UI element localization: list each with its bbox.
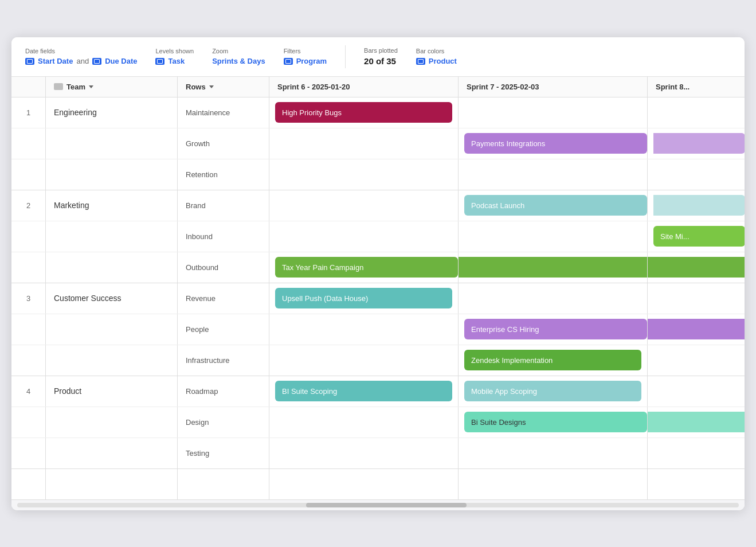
- filters-group: Filters Program: [284, 48, 327, 65]
- bar-podcast-launch[interactable]: Podcast Launch: [464, 195, 647, 216]
- row-label-roadmap: Roadmap: [178, 376, 269, 407]
- row-label-outbound: Outbound: [178, 252, 269, 283]
- header-num-col: [11, 77, 46, 97]
- bar-tax-year-campaign[interactable]: Tax Year Pain Campaign: [275, 257, 458, 278]
- team-marketing: Marketing: [46, 190, 178, 221]
- bar-enterprise-cs-hiring-cont: [648, 319, 745, 339]
- row-num-4: 4: [11, 376, 46, 407]
- due-date-text: Due Date: [105, 57, 137, 65]
- team-product: Product: [46, 376, 178, 407]
- levels-shown-group: Levels shown Task: [155, 48, 194, 65]
- date-fields-value[interactable]: Start Date and Due Date: [25, 57, 137, 65]
- row-label-revenue: Revenue: [178, 283, 269, 314]
- bar-mobile-app-scoping[interactable]: Mobile App Scoping: [464, 381, 641, 401]
- row-num-3: 3: [11, 283, 46, 314]
- bar-high-priority-bugs[interactable]: High Priority Bugs: [275, 102, 452, 123]
- scrollbar-track[interactable]: [17, 503, 739, 507]
- table-row: Retention: [11, 159, 745, 190]
- toolbar: Date fields Start Date and Due Date Leve…: [11, 37, 745, 77]
- team-col-dropdown[interactable]: [89, 85, 93, 88]
- row-label-testing: Testing: [178, 438, 269, 468]
- sprint6-design: [269, 407, 459, 437]
- bar-tax-year-campaign-cont2: [648, 257, 745, 278]
- table-row: Outbound Tax Year Pain Campaign: [11, 252, 745, 283]
- zoom-label: Zoom: [212, 48, 265, 54]
- scrollbar-area[interactable]: [11, 500, 745, 510]
- bar-upsell-push[interactable]: Upsell Push (Data House): [275, 288, 452, 308]
- gantt-header: Team Rows Sprint 6 - 2025-01-20 Sprint 7…: [11, 77, 745, 97]
- bar-colors-value[interactable]: Product: [416, 57, 457, 65]
- filters-label: Filters: [284, 48, 327, 54]
- header-rows-col[interactable]: Rows: [178, 77, 269, 97]
- row-label-brand: Brand: [178, 190, 269, 221]
- team-product-3: [46, 438, 178, 468]
- sprint6-testing: [269, 438, 459, 468]
- rows-col-label: Rows: [186, 83, 206, 91]
- row-label-retention: Retention: [178, 159, 269, 190]
- header-team-col[interactable]: Team: [46, 77, 178, 97]
- sprint6-brand: [269, 190, 459, 221]
- extra-s8: [648, 469, 745, 499]
- bar-enterprise-cs-hiring[interactable]: Enterprise CS Hiring: [464, 319, 647, 339]
- table-row: 1 Engineering Maintainence High Priority…: [11, 97, 745, 128]
- table-row: Infrastructure Zendesk Implementation: [11, 345, 745, 376]
- sprint6-growth: [269, 128, 459, 159]
- row-num-4c: [11, 438, 46, 468]
- extra-num: [11, 469, 46, 499]
- bar-colors-text: Product: [429, 57, 457, 65]
- rows-col-dropdown[interactable]: [209, 85, 214, 88]
- sprint6-retention: [269, 159, 459, 190]
- row-label-inbound: Inbound: [178, 221, 269, 252]
- due-date-icon: [92, 58, 101, 65]
- row-label-people: People: [178, 314, 269, 345]
- date-fields-label: Date fields: [25, 48, 137, 54]
- group-customer-success: 3 Customer Success Revenue Upsell Push (…: [11, 283, 745, 376]
- bar-colors-icon: [416, 58, 425, 65]
- bar-payments-integrations[interactable]: Payments Integrations: [464, 133, 647, 154]
- start-date-icon: [25, 58, 34, 65]
- row-label-design: Design: [178, 407, 269, 437]
- sprint7-design: Bi Suite Designs: [459, 407, 648, 437]
- bar-bi-suite-designs[interactable]: Bi Suite Designs: [464, 412, 647, 432]
- date-fields-group: Date fields Start Date and Due Date: [25, 48, 137, 65]
- row-num-1b: [11, 128, 46, 159]
- team-engineering-2: [46, 128, 178, 159]
- row-num-2c: [11, 252, 46, 283]
- row-num-3b: [11, 314, 46, 345]
- zoom-group: Zoom Sprints & Days: [212, 48, 265, 65]
- extra-row: [11, 469, 745, 500]
- bar-podcast-launch-cont: [653, 195, 745, 216]
- bar-bi-suite-scoping[interactable]: BI Suite Scoping: [275, 381, 452, 401]
- levels-icon: [155, 58, 164, 65]
- sprint7-brand: Podcast Launch: [459, 190, 648, 221]
- app-container: Date fields Start Date and Due Date Leve…: [11, 37, 745, 510]
- zoom-value[interactable]: Sprints & Days: [212, 57, 265, 65]
- sprint8-label: Sprint 8...: [656, 83, 690, 91]
- extra-team: [46, 469, 178, 499]
- gantt-chart: Team Rows Sprint 6 - 2025-01-20 Sprint 7…: [11, 77, 745, 500]
- extra-s7: [459, 469, 648, 499]
- bar-site-migration[interactable]: Site Mi...: [653, 226, 745, 247]
- and-text: and: [76, 57, 89, 65]
- bars-plotted-text: 20 of 35: [364, 56, 396, 66]
- team-engineering: Engineering: [46, 97, 178, 128]
- table-row: 3 Customer Success Revenue Upsell Push (…: [11, 283, 745, 314]
- team-col-label: Team: [66, 83, 85, 91]
- header-sprint8-col: Sprint 8...: [648, 77, 745, 97]
- toolbar-divider: [345, 45, 346, 68]
- sprint7-growth: Payments Integrations: [459, 128, 648, 159]
- sprint8-retention: [648, 159, 745, 190]
- filters-value[interactable]: Program: [284, 57, 327, 65]
- table-row: Design Bi Suite Designs: [11, 407, 745, 438]
- extra-rows: [178, 469, 269, 499]
- bar-tax-year-campaign-cont: [459, 257, 647, 278]
- row-num-1: 1: [11, 97, 46, 128]
- scrollbar-thumb[interactable]: [306, 503, 467, 507]
- table-row: 4 Product Roadmap BI Suite Scoping Mobil…: [11, 376, 745, 407]
- sprint7-revenue: [459, 283, 648, 314]
- row-label-growth: Growth: [178, 128, 269, 159]
- row-num-4b: [11, 407, 46, 437]
- team-cs-3: [46, 345, 178, 376]
- bar-zendesk-implementation[interactable]: Zendesk Implementation: [464, 350, 641, 370]
- levels-shown-value[interactable]: Task: [155, 57, 194, 65]
